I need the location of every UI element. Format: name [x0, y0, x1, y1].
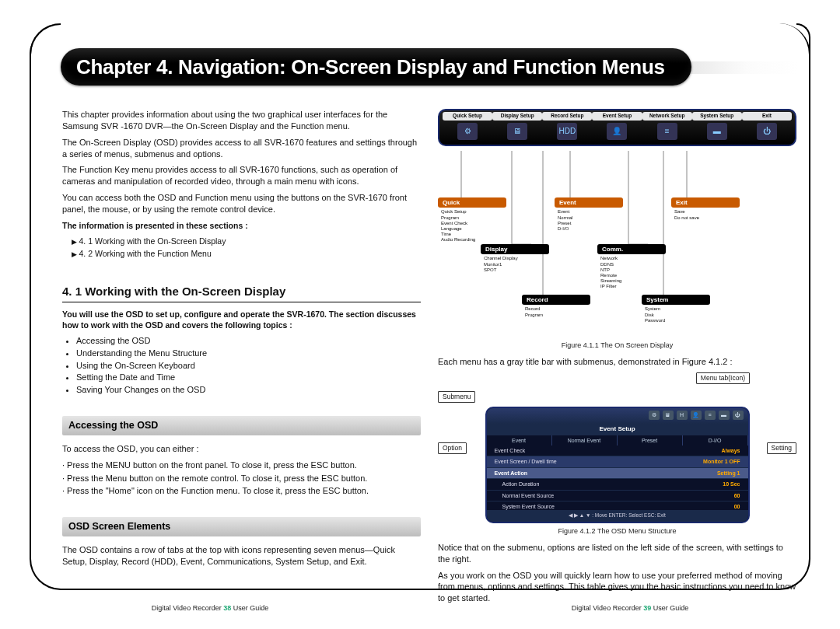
- footer-right: Digital Video Recorder 39 User Guide: [572, 604, 688, 612]
- node-display: Display Channel DisplayMonitor1SPOT: [481, 244, 549, 274]
- node-exit: Exit SaveDo not save: [671, 197, 740, 222]
- accessing-osd-heading: Accessing the OSD: [62, 416, 421, 435]
- list-item: Understanding the Menu Structure: [76, 348, 421, 359]
- callouts-left: Submenu: [438, 390, 796, 405]
- left-column: This chapter provides information about …: [62, 109, 421, 582]
- list-item: · Press the "Home" icon on the Function …: [62, 485, 421, 497]
- intro-p4: You can access both the OSD and Function…: [62, 192, 421, 215]
- osd-row: Event ActionSetting 1: [487, 468, 748, 479]
- list-item: Accessing the OSD: [76, 335, 421, 347]
- chapter-title-bar: Chapter 4. Navigation: On-Screen Display…: [61, 48, 691, 86]
- osd-row: Event Screen / Dwell timeMonitor 1 OFF: [487, 456, 748, 467]
- section-4-1-intro: You will use the OSD to set up, configur…: [62, 309, 421, 330]
- each-menu-text: Each menu has a gray title bar with subm…: [438, 356, 796, 368]
- icon-tab: Quick Setup⚙: [443, 112, 492, 140]
- right-column: Quick Setup⚙ Display Setup🖥 Record Setup…: [438, 109, 796, 582]
- osd-elements-heading: OSD Screen Elements: [62, 517, 421, 536]
- accessing-steps: · Press the MENU button on the front pan…: [62, 460, 421, 498]
- footer-left: Digital Video Recorder 38 User Guide: [152, 604, 268, 612]
- osd-tab-icons: ⚙🖥H👤≡▬⏻: [487, 408, 748, 424]
- intro-p1: This chapter provides information about …: [62, 109, 421, 132]
- toc-item: 4. 2 Working with the Function Menu: [72, 248, 421, 259]
- label-submenu: Submenu: [438, 391, 475, 403]
- tab-icon: 👤: [691, 411, 702, 420]
- list-item: Using the On-Screen Keyboard: [76, 360, 421, 372]
- osd-subtabs: Event Normal Event Preset D-I/O: [487, 435, 748, 446]
- after-p2: As you work on the OSD you will quickly …: [438, 570, 796, 605]
- network-icon: ≡: [657, 123, 677, 140]
- icon-tab: System Setup▬: [692, 112, 742, 140]
- accessing-lead: To access the OSD, you can either :: [62, 443, 421, 455]
- list-item: · Press the MENU button on the front pan…: [62, 460, 421, 471]
- figure-412-caption: Figure 4.1.2 The OSD Menu Structure: [438, 526, 796, 536]
- node-quick: Quick Quick SetupProgramEvent CheckLangu…: [438, 197, 506, 245]
- callouts-top: Menu tab(Icon): [438, 372, 796, 388]
- tab-icon: ⏻: [733, 411, 744, 420]
- node-event: Event EventNormalPresetD-I/O: [555, 197, 623, 233]
- node-system: System SystemDiskPassword: [642, 295, 710, 325]
- list-item: · Press the Menu button on the remote co…: [62, 473, 421, 484]
- section-4-1-heading: 4. 1 Working with the On-Screen Display: [62, 284, 421, 302]
- list-item: Setting the Date and Time: [76, 372, 421, 383]
- display-icon: 🖥: [507, 123, 527, 140]
- hdd-icon: HDD: [557, 123, 577, 140]
- tab-icon: ⚙: [649, 411, 660, 420]
- topics-list: Accessing the OSD Understanding the Menu…: [76, 335, 421, 396]
- frame-corner-right: [796, 23, 810, 54]
- user-icon: 👤: [607, 123, 627, 140]
- tab-icon: ≡: [705, 411, 716, 420]
- osd-title: Event Setup: [487, 424, 748, 435]
- intro-p3: The Function Key menu provides access to…: [62, 164, 421, 187]
- chapter-title: Chapter 4. Navigation: On-Screen Display…: [76, 55, 665, 79]
- toc-item: 4. 1 Working with the On-Screen Display: [72, 236, 421, 246]
- icon-tab: Exit⏻: [742, 112, 792, 140]
- osd-row: Normal Event Source60: [487, 491, 748, 501]
- figure-411-caption: Figure 4.1.1 The On Screen Display: [438, 341, 796, 350]
- menu-tree: Quick Quick SetupProgramEvent CheckLangu…: [438, 151, 796, 337]
- page-footers: Digital Video Recorder 38 User Guide Dig…: [0, 604, 840, 612]
- gear-icon: ⚙: [457, 123, 478, 140]
- label-option: Option: [438, 442, 467, 454]
- sections-heading: The information is presented in these se…: [62, 220, 421, 231]
- osd-foot: ◀ ▶ ▲ ▼ : Move ENTER: Select ESC: Exit: [487, 510, 748, 522]
- icon-tab: Network Setup≡: [642, 112, 692, 140]
- tab-icon: 🖥: [663, 411, 674, 420]
- after-p1: Notice that on the submenu, options are …: [438, 542, 796, 565]
- label-menutab: Menu tab(Icon): [696, 372, 750, 384]
- toc-list: 4. 1 Working with the On-Screen Display …: [72, 236, 421, 259]
- intro-p2: The On-Screen Display (OSD) provides acc…: [62, 137, 421, 160]
- icon-tab: Display Setup🖥: [492, 112, 542, 140]
- page-spread: Chapter 4. Navigation: On-Screen Display…: [0, 0, 840, 629]
- tab-icon: H: [677, 411, 688, 420]
- osd-mock: ⚙🖥H👤≡▬⏻ Event Setup Event Normal Event P…: [485, 407, 750, 523]
- icon-tab: Record SetupHDD: [542, 112, 592, 140]
- exit-icon: ⏻: [757, 123, 777, 140]
- label-setting: Setting: [767, 442, 796, 454]
- frame-corner-left: [30, 23, 61, 54]
- node-record: Record RecordProgram: [522, 295, 590, 320]
- osd-row: Action Duration10 Sec: [487, 479, 748, 490]
- menu-icon-row: Quick Setup⚙ Display Setup🖥 Record Setup…: [438, 109, 796, 146]
- node-comm: Comm. NetworkDDNSNTPRemoteStreamingIP Fi…: [597, 244, 666, 292]
- osd-row: Event CheckAlways: [487, 446, 748, 456]
- osd-elements-body: The OSD contains a row of tabs at the to…: [62, 544, 421, 568]
- list-item: Saving Your Changes on the OSD: [76, 384, 421, 396]
- system-icon: ▬: [707, 123, 727, 140]
- tab-icon: ▬: [719, 411, 730, 420]
- icon-tab: Event Setup👤: [592, 112, 642, 140]
